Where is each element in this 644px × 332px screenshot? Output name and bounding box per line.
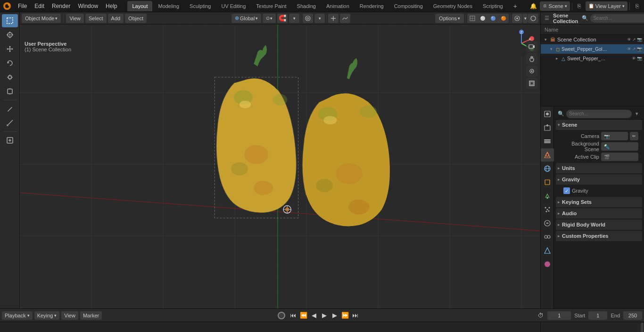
notification-icon[interactable]: 🔔 xyxy=(528,1,539,11)
playback-dropdown[interactable]: Playback ▾ xyxy=(2,311,33,320)
skip-start-btn[interactable]: ⏮ xyxy=(288,310,298,321)
tool-select-box[interactable] xyxy=(2,14,18,27)
tool-measure[interactable] xyxy=(2,116,18,130)
transform-orientation[interactable]: ⊕ Global ▾ xyxy=(231,14,262,23)
tab-modeling[interactable]: Modeling xyxy=(153,1,184,11)
props-tab-object[interactable] xyxy=(541,176,554,189)
tool-scale[interactable] xyxy=(2,71,18,84)
tab-animation[interactable]: Animation xyxy=(322,1,354,11)
background-scene-value[interactable]: 🔦 xyxy=(601,142,638,151)
select-icon-0[interactable]: ↗ xyxy=(632,47,636,51)
outliner-item-1[interactable]: ▸ △ Sweet_Pepper_Golden_M 👁 📷 xyxy=(541,54,644,63)
current-frame-input[interactable] xyxy=(547,311,571,320)
fps-icon[interactable]: ⏱ xyxy=(536,311,545,320)
tab-rendering[interactable]: Rendering xyxy=(355,1,388,11)
view-icon-0[interactable]: 👁 xyxy=(627,47,631,51)
props-tab-constraints[interactable] xyxy=(541,230,554,243)
keying-sets-header[interactable]: ▸ Keying Sets xyxy=(556,197,642,207)
copy-icon[interactable]: ⎘ xyxy=(574,1,585,11)
tab-uv-editing[interactable]: UV Editing xyxy=(216,1,250,11)
record-btn[interactable] xyxy=(278,312,285,319)
props-filter-icon[interactable]: 🔍 xyxy=(558,110,564,118)
outliner-search-icon[interactable]: 🔍 xyxy=(582,14,588,23)
tab-add[interactable]: + xyxy=(509,1,522,11)
object-mode-dropdown[interactable]: Object Mode ▾ xyxy=(22,14,61,23)
proportional-editing[interactable] xyxy=(303,14,313,23)
prev-frame-btn[interactable]: ◀ xyxy=(309,310,319,321)
prev-keyframe-btn[interactable]: ⏪ xyxy=(298,310,309,321)
render-icon-1[interactable]: 📷 xyxy=(637,56,642,61)
tool-transform[interactable] xyxy=(2,85,18,98)
tab-sculpting[interactable]: Sculpting xyxy=(185,1,215,11)
pivot-point[interactable]: ⊙ ▾ xyxy=(263,14,276,23)
units-section-header[interactable]: ▸ Units xyxy=(556,163,642,173)
tool-move[interactable] xyxy=(2,42,18,56)
outliner-search-input[interactable] xyxy=(590,14,644,23)
camera-icon-btn[interactable] xyxy=(526,65,537,77)
next-frame-btn[interactable]: ▶ xyxy=(330,310,340,321)
camera-edit-btn[interactable]: ✏ xyxy=(630,132,638,140)
tab-geometry-nodes[interactable]: Geometry Nodes xyxy=(429,1,477,11)
copy-viewlayer-icon[interactable]: ⎘ xyxy=(632,1,642,11)
end-frame-input[interactable] xyxy=(623,311,642,320)
tool-add-cube[interactable] xyxy=(2,134,18,147)
tool-annotate[interactable] xyxy=(2,102,18,115)
view-layer-selector[interactable]: 📋 View Layer ▾ xyxy=(586,1,627,11)
object-menu[interactable]: Object xyxy=(125,14,147,23)
outliner-item-0[interactable]: ▾ ◻ Sweet_Pepper_Golden_Marco 👁 ↗ 📷 xyxy=(541,44,644,54)
show-gizmos[interactable] xyxy=(328,14,339,23)
props-tab-render[interactable] xyxy=(541,107,554,121)
menu-edit[interactable]: Edit xyxy=(31,0,48,12)
prop-edit-dropdown[interactable]: ▾ xyxy=(314,14,325,23)
menu-render[interactable]: Render xyxy=(48,0,74,12)
add-menu[interactable]: Add xyxy=(108,14,124,23)
props-tab-viewlayer[interactable] xyxy=(541,135,554,148)
shading-rendered[interactable] xyxy=(498,14,509,23)
props-tab-material[interactable] xyxy=(541,258,554,271)
gravity-checkbox[interactable]: ✓ xyxy=(563,187,570,194)
viewport-canvas[interactable]: User Perspective (1) Scene Collection X xyxy=(20,24,540,308)
outliner-view-icon[interactable]: 👁 xyxy=(627,37,631,42)
next-keyframe-btn[interactable]: ⏩ xyxy=(340,310,350,321)
props-tab-scene[interactable] xyxy=(541,148,554,162)
props-tab-modifier[interactable] xyxy=(541,189,554,202)
tab-layout[interactable]: Layout xyxy=(127,1,152,11)
outliner-scene-collection[interactable]: ▾ 🏛 Scene Collection 👁 ↗ 📷 xyxy=(541,35,644,44)
props-tab-physics[interactable] xyxy=(541,217,554,230)
scene-section-header[interactable]: ▾ Scene xyxy=(556,120,642,130)
start-frame-input[interactable] xyxy=(588,311,607,320)
props-tab-data[interactable] xyxy=(541,244,554,257)
menu-help[interactable]: Help xyxy=(102,0,121,12)
camera-view-btn[interactable] xyxy=(526,41,537,52)
tab-shading[interactable]: Shading xyxy=(292,1,321,11)
scene-selector[interactable]: ⛭ Scene ▾ xyxy=(540,1,570,11)
outliner-render-icon[interactable]: 📷 xyxy=(637,37,642,42)
view-icon-1[interactable]: 👁 xyxy=(632,56,636,61)
render-icon-0[interactable]: 📷 xyxy=(637,47,642,51)
shading-solid[interactable] xyxy=(478,14,488,23)
curve-icon[interactable] xyxy=(340,14,350,23)
audio-section-header[interactable]: ▸ Audio xyxy=(556,208,642,219)
menu-file[interactable]: File xyxy=(14,0,31,12)
tool-cursor[interactable] xyxy=(2,28,18,41)
shading-material[interactable] xyxy=(488,14,498,23)
view-dropdown[interactable]: View xyxy=(61,311,78,320)
props-search-input[interactable] xyxy=(566,110,632,118)
custom-props-header[interactable]: ▸ Custom Properties xyxy=(556,231,642,241)
snap-toggle[interactable]: 🧲 xyxy=(277,14,288,23)
rigid-body-header[interactable]: ▸ Rigid Body World xyxy=(556,219,642,230)
view-menu[interactable]: View xyxy=(66,14,84,23)
tab-scripting[interactable]: Scripting xyxy=(478,1,508,11)
xray-toggle[interactable] xyxy=(528,14,538,23)
camera-value[interactable]: 📷 xyxy=(601,132,628,140)
overlay-dropdown[interactable]: ▾ xyxy=(523,14,528,23)
snap-element[interactable]: ▾ xyxy=(289,14,299,23)
tool-rotate[interactable] xyxy=(2,57,18,70)
tab-texture-paint[interactable]: Texture Paint xyxy=(251,1,291,11)
render-region-btn[interactable] xyxy=(526,78,537,89)
play-btn[interactable]: ▶ xyxy=(319,310,330,321)
tab-compositing[interactable]: Compositing xyxy=(389,1,428,11)
skip-end-btn[interactable]: ⏭ xyxy=(350,310,361,321)
keying-dropdown[interactable]: Keying ▾ xyxy=(34,311,60,320)
active-clip-value[interactable]: 🎬 xyxy=(601,153,638,161)
